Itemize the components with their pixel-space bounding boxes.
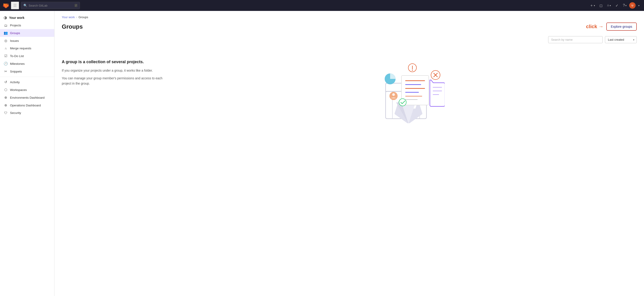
hamburger-menu-button[interactable]: ☰ <box>11 2 19 9</box>
sidebar-item-activity-label: Activity <box>10 81 20 84</box>
sidebar-item-todo-list[interactable]: ☑ To-Do List <box>0 52 54 60</box>
todo-icon: ☑ <box>4 54 8 58</box>
environments-icon: ⊕ <box>4 96 8 100</box>
sidebar-item-snippets-label: Snippets <box>10 70 22 73</box>
activity-icon: ↺ <box>4 80 8 84</box>
sidebar-item-milestones[interactable]: 🕐 Milestones <box>0 60 54 68</box>
main-layout: ◑ Your work 🗂 Projects 👥 Groups ◎ Issues… <box>0 11 644 296</box>
security-icon: 🛡 <box>4 111 8 115</box>
snippets-icon: ✂ <box>4 69 8 73</box>
search-input[interactable] <box>28 4 73 7</box>
group-search-input[interactable] <box>548 36 603 43</box>
operations-icon: ⊕ <box>4 103 8 107</box>
click-hint-text: click → <box>586 24 604 30</box>
avatar-dropdown-button[interactable]: ▾ <box>636 3 641 8</box>
main-content: Your work › Groups Groups click → Explor… <box>54 11 644 296</box>
sidebar-item-groups[interactable]: 👥 Groups <box>0 29 54 37</box>
gitlab-logo[interactable] <box>3 2 9 9</box>
explore-groups-button[interactable]: Explore groups <box>606 23 637 31</box>
sidebar-item-security[interactable]: 🛡 Security <box>0 109 54 117</box>
breadcrumb-parent-link[interactable]: Your work <box>62 16 75 19</box>
svg-point-19 <box>399 99 406 106</box>
sidebar-item-security-label: Security <box>10 111 21 115</box>
empty-state-title: A group is a collection of several proje… <box>62 60 166 64</box>
sidebar-section-title-text: Your work <box>9 16 24 20</box>
avatar[interactable]: U <box>629 2 636 9</box>
todos-button[interactable]: ◻ <box>598 2 604 9</box>
groups-illustration-svg <box>372 51 444 123</box>
svg-point-18 <box>392 93 395 96</box>
search-icon: 🔍 <box>24 4 27 7</box>
breadcrumb: Your work › Groups <box>62 16 637 19</box>
merge-requests-button[interactable]: ⑃ ▾ <box>605 2 613 9</box>
svg-point-22 <box>412 70 413 71</box>
empty-state: A group is a collection of several proje… <box>62 51 637 123</box>
breadcrumb-separator: › <box>76 16 77 19</box>
sidebar-divider <box>0 77 54 77</box>
navbar-actions: ＋ ▾ ◻ ⑃ ▾ ✓ ? ▾ U ▾ <box>588 2 641 9</box>
workspaces-icon: ⬡ <box>4 88 8 92</box>
page-title: Groups <box>62 23 83 30</box>
sidebar-item-environments-dashboard[interactable]: ⊕ Environments Dashboard <box>0 94 54 101</box>
breadcrumb-current: Groups <box>78 16 88 19</box>
sidebar-item-groups-label: Groups <box>10 31 20 35</box>
sidebar-item-snippets[interactable]: ✂ Snippets <box>0 68 54 75</box>
top-navbar: ☰ 🔍 / ＋ ▾ ◻ ⑃ ▾ ✓ ? ▾ U ▾ <box>0 0 644 11</box>
merge-requests-icon: ⑃ <box>4 46 8 50</box>
your-work-icon: ◑ <box>4 16 7 20</box>
empty-state-text: A group is a collection of several proje… <box>62 51 166 89</box>
empty-state-illustration <box>180 51 637 123</box>
sidebar-item-merge-requests-label: Merge requests <box>10 47 31 50</box>
sidebar: ◑ Your work 🗂 Projects 👥 Groups ◎ Issues… <box>0 11 54 296</box>
page-header: Groups click → Explore groups <box>62 23 637 31</box>
sidebar-item-operations-label: Operations Dashboard <box>10 104 41 107</box>
global-search-bar[interactable]: 🔍 / <box>21 2 80 9</box>
create-button[interactable]: ＋ ▾ <box>588 2 597 9</box>
header-right: click → Explore groups <box>586 23 637 31</box>
issues-button[interactable]: ✓ <box>614 2 620 9</box>
sidebar-item-activity[interactable]: ↺ Activity <box>0 78 54 86</box>
empty-state-description-1: If you organize your projects under a gr… <box>62 68 166 73</box>
sidebar-item-projects-label: Projects <box>10 24 21 27</box>
search-shortcut-badge: / <box>74 4 78 7</box>
issues-icon: ◎ <box>4 39 8 43</box>
sidebar-item-workspaces-label: Workspaces <box>10 88 27 92</box>
sidebar-item-workspaces[interactable]: ⬡ Workspaces <box>0 86 54 94</box>
sidebar-item-issues[interactable]: ◎ Issues <box>0 37 54 45</box>
sidebar-item-projects[interactable]: 🗂 Projects <box>0 22 54 29</box>
projects-icon: 🗂 <box>4 24 8 27</box>
sidebar-item-operations-dashboard[interactable]: ⊕ Operations Dashboard <box>0 101 54 109</box>
sidebar-item-environments-label: Environments Dashboard <box>10 96 44 99</box>
sidebar-section-header: ◑ Your work <box>0 14 54 22</box>
empty-state-description-2: You can manage your group member's permi… <box>62 76 166 86</box>
sidebar-item-milestones-label: Milestones <box>10 62 25 66</box>
milestones-icon: 🕐 <box>4 62 8 66</box>
avatar-initials: U <box>632 4 633 7</box>
sort-select[interactable]: Last created Name Last updated Oldest cr… <box>605 36 637 43</box>
sidebar-item-merge-requests[interactable]: ⑃ Merge requests <box>0 45 54 52</box>
filter-bar: Last created Name Last updated Oldest cr… <box>62 36 637 43</box>
groups-icon: 👥 <box>4 31 8 35</box>
help-button[interactable]: ? ▾ <box>621 2 628 9</box>
sidebar-item-todo-label: To-Do List <box>10 54 24 58</box>
sidebar-item-issues-label: Issues <box>10 39 19 43</box>
sort-wrapper: Last created Name Last updated Oldest cr… <box>605 36 637 43</box>
